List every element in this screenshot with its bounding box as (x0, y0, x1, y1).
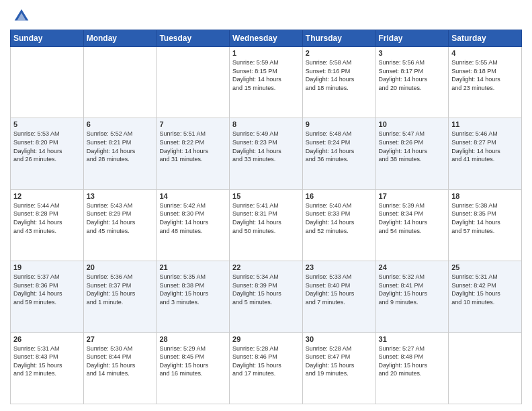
day-number: 24 (379, 263, 446, 271)
day-info: Sunrise: 5:33 AM Sunset: 8:40 PM Dayligh… (306, 273, 373, 306)
calendar-week-2: 5Sunrise: 5:53 AM Sunset: 8:20 PM Daylig… (11, 118, 522, 189)
day-number: 7 (159, 120, 226, 128)
calendar-cell: 8Sunrise: 5:49 AM Sunset: 8:23 PM Daylig… (230, 118, 303, 189)
day-info: Sunrise: 5:44 AM Sunset: 8:28 PM Dayligh… (13, 201, 81, 235)
day-info: Sunrise: 5:39 AM Sunset: 8:34 PM Dayligh… (379, 201, 446, 235)
day-number: 8 (232, 120, 300, 128)
calendar-cell: 16Sunrise: 5:40 AM Sunset: 8:33 PM Dayli… (302, 189, 375, 261)
weekday-header-friday: Friday (375, 30, 449, 47)
calendar-cell: 6Sunrise: 5:52 AM Sunset: 8:21 PM Daylig… (83, 118, 157, 189)
calendar-table: SundayMondayTuesdayWednesdayThursdayFrid… (10, 30, 522, 404)
day-number: 9 (306, 120, 373, 128)
day-info: Sunrise: 5:36 AM Sunset: 8:37 PM Dayligh… (87, 273, 154, 306)
calendar-cell: 14Sunrise: 5:42 AM Sunset: 8:30 PM Dayli… (157, 189, 230, 261)
day-info: Sunrise: 5:35 AM Sunset: 8:38 PM Dayligh… (159, 273, 226, 306)
day-number: 12 (13, 192, 81, 200)
day-info: Sunrise: 5:53 AM Sunset: 8:20 PM Dayligh… (13, 130, 81, 163)
calendar-cell: 13Sunrise: 5:43 AM Sunset: 8:29 PM Dayli… (83, 189, 157, 261)
day-info: Sunrise: 5:51 AM Sunset: 8:22 PM Dayligh… (159, 130, 226, 163)
day-info: Sunrise: 5:31 AM Sunset: 8:42 PM Dayligh… (451, 273, 519, 306)
day-info: Sunrise: 5:41 AM Sunset: 8:31 PM Dayligh… (232, 201, 300, 235)
calendar-cell: 25Sunrise: 5:31 AM Sunset: 8:42 PM Dayli… (449, 261, 522, 332)
calendar-week-4: 19Sunrise: 5:37 AM Sunset: 8:36 PM Dayli… (11, 261, 522, 332)
day-number: 25 (451, 263, 519, 271)
day-info: Sunrise: 5:30 AM Sunset: 8:44 PM Dayligh… (87, 345, 154, 378)
day-number: 17 (379, 192, 446, 200)
calendar-week-5: 26Sunrise: 5:31 AM Sunset: 8:43 PM Dayli… (11, 332, 522, 404)
calendar-cell: 26Sunrise: 5:31 AM Sunset: 8:43 PM Dayli… (11, 332, 84, 404)
day-info: Sunrise: 5:29 AM Sunset: 8:45 PM Dayligh… (159, 345, 226, 378)
day-number: 13 (87, 192, 154, 200)
calendar-cell: 17Sunrise: 5:39 AM Sunset: 8:34 PM Dayli… (375, 189, 449, 261)
day-info: Sunrise: 5:42 AM Sunset: 8:30 PM Dayligh… (159, 201, 226, 235)
day-number: 10 (379, 120, 446, 128)
day-number: 20 (87, 263, 154, 271)
calendar-week-1: 1Sunrise: 5:59 AM Sunset: 8:15 PM Daylig… (11, 47, 522, 118)
calendar-cell: 19Sunrise: 5:37 AM Sunset: 8:36 PM Dayli… (11, 261, 84, 332)
weekday-header-tuesday: Tuesday (157, 30, 230, 47)
calendar-cell (11, 47, 84, 118)
day-info: Sunrise: 5:28 AM Sunset: 8:47 PM Dayligh… (306, 345, 373, 378)
day-number: 1 (232, 49, 300, 57)
day-info: Sunrise: 5:40 AM Sunset: 8:33 PM Dayligh… (306, 201, 373, 235)
calendar-cell: 5Sunrise: 5:53 AM Sunset: 8:20 PM Daylig… (11, 118, 84, 189)
calendar-cell: 3Sunrise: 5:56 AM Sunset: 8:17 PM Daylig… (375, 47, 449, 118)
day-number: 21 (159, 263, 226, 271)
day-number: 6 (87, 120, 154, 128)
weekday-header-saturday: Saturday (449, 30, 522, 47)
calendar-cell: 1Sunrise: 5:59 AM Sunset: 8:15 PM Daylig… (230, 47, 303, 118)
weekday-header-row: SundayMondayTuesdayWednesdayThursdayFrid… (11, 30, 522, 47)
calendar-cell: 22Sunrise: 5:34 AM Sunset: 8:39 PM Dayli… (230, 261, 303, 332)
day-number: 26 (13, 335, 81, 343)
calendar-cell: 11Sunrise: 5:46 AM Sunset: 8:27 PM Dayli… (449, 118, 522, 189)
day-number: 18 (451, 192, 519, 200)
day-number: 22 (232, 263, 300, 271)
day-info: Sunrise: 5:52 AM Sunset: 8:21 PM Dayligh… (87, 130, 154, 163)
logo (10, 7, 32, 26)
day-info: Sunrise: 5:32 AM Sunset: 8:41 PM Dayligh… (379, 273, 446, 306)
day-info: Sunrise: 5:46 AM Sunset: 8:27 PM Dayligh… (451, 130, 519, 163)
day-number: 11 (451, 120, 519, 128)
day-number: 2 (306, 49, 373, 57)
calendar-week-3: 12Sunrise: 5:44 AM Sunset: 8:28 PM Dayli… (11, 189, 522, 261)
calendar-cell: 20Sunrise: 5:36 AM Sunset: 8:37 PM Dayli… (83, 261, 157, 332)
calendar-cell: 21Sunrise: 5:35 AM Sunset: 8:38 PM Dayli… (157, 261, 230, 332)
day-number: 3 (379, 49, 446, 57)
calendar-cell (449, 332, 522, 404)
calendar-cell: 23Sunrise: 5:33 AM Sunset: 8:40 PM Dayli… (302, 261, 375, 332)
day-info: Sunrise: 5:59 AM Sunset: 8:15 PM Dayligh… (232, 58, 300, 92)
day-info: Sunrise: 5:55 AM Sunset: 8:18 PM Dayligh… (451, 58, 519, 92)
day-number: 19 (13, 263, 81, 271)
calendar-cell (83, 47, 157, 118)
weekday-header-monday: Monday (83, 30, 157, 47)
calendar-cell: 28Sunrise: 5:29 AM Sunset: 8:45 PM Dayli… (157, 332, 230, 404)
day-number: 27 (87, 335, 154, 343)
day-info: Sunrise: 5:47 AM Sunset: 8:26 PM Dayligh… (379, 130, 446, 163)
day-number: 14 (159, 192, 226, 200)
calendar-cell: 2Sunrise: 5:58 AM Sunset: 8:16 PM Daylig… (302, 47, 375, 118)
calendar-cell: 10Sunrise: 5:47 AM Sunset: 8:26 PM Dayli… (375, 118, 449, 189)
day-number: 28 (159, 335, 226, 343)
weekday-header-wednesday: Wednesday (230, 30, 303, 47)
day-number: 31 (379, 335, 446, 343)
day-number: 23 (306, 263, 373, 271)
day-info: Sunrise: 5:58 AM Sunset: 8:16 PM Dayligh… (306, 58, 373, 92)
calendar-cell: 4Sunrise: 5:55 AM Sunset: 8:18 PM Daylig… (449, 47, 522, 118)
day-number: 16 (306, 192, 373, 200)
calendar-cell: 12Sunrise: 5:44 AM Sunset: 8:28 PM Dayli… (11, 189, 84, 261)
day-info: Sunrise: 5:56 AM Sunset: 8:17 PM Dayligh… (379, 58, 446, 92)
day-number: 5 (13, 120, 81, 128)
header (10, 7, 522, 26)
day-info: Sunrise: 5:27 AM Sunset: 8:48 PM Dayligh… (379, 345, 446, 378)
day-info: Sunrise: 5:37 AM Sunset: 8:36 PM Dayligh… (13, 273, 81, 306)
calendar-cell: 29Sunrise: 5:28 AM Sunset: 8:46 PM Dayli… (230, 332, 303, 404)
day-number: 15 (232, 192, 300, 200)
calendar-cell: 24Sunrise: 5:32 AM Sunset: 8:41 PM Dayli… (375, 261, 449, 332)
calendar-cell: 7Sunrise: 5:51 AM Sunset: 8:22 PM Daylig… (157, 118, 230, 189)
day-info: Sunrise: 5:48 AM Sunset: 8:24 PM Dayligh… (306, 130, 373, 163)
calendar-cell: 9Sunrise: 5:48 AM Sunset: 8:24 PM Daylig… (302, 118, 375, 189)
calendar-cell: 30Sunrise: 5:28 AM Sunset: 8:47 PM Dayli… (302, 332, 375, 404)
day-number: 4 (451, 49, 519, 57)
day-info: Sunrise: 5:31 AM Sunset: 8:43 PM Dayligh… (13, 345, 81, 378)
day-info: Sunrise: 5:43 AM Sunset: 8:29 PM Dayligh… (87, 201, 154, 235)
